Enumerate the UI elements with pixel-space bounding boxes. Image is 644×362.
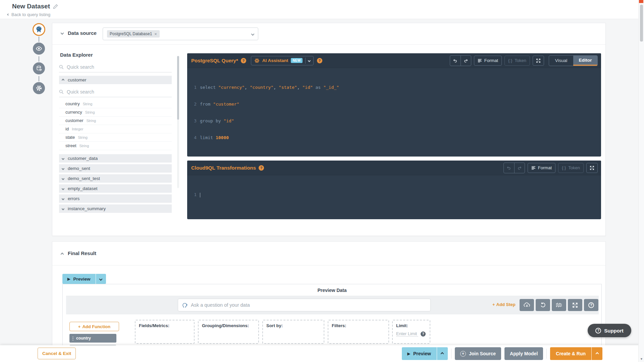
sql-string: "customer" — [213, 102, 239, 107]
create-run-options-button[interactable] — [592, 347, 602, 360]
table-row-collapsed[interactable]: demo_sent_test — [59, 174, 172, 183]
ai-assistant-label: AI Assistant — [262, 58, 288, 63]
visual-tab[interactable]: Visual — [549, 56, 573, 66]
rail-settings-step[interactable] — [33, 82, 45, 94]
cloud9ql-title-text: Cloud9QL Transformations — [191, 165, 256, 171]
add-step-button[interactable]: + Add Step — [492, 302, 516, 307]
back-to-query-listing-link[interactable]: Back to query listing — [7, 12, 50, 17]
field-row[interactable]: country String — [59, 100, 172, 108]
format-lines-icon — [531, 166, 536, 170]
format-button[interactable]: Format — [528, 163, 555, 173]
dropzone-grouping-dimensions[interactable]: Grouping/Dimensions: — [198, 320, 259, 344]
rail-datasource-postgresql[interactable] — [33, 23, 45, 36]
data-source-select[interactable]: PostgreSQL Database1 × — [103, 27, 258, 40]
dropzone-limit[interactable]: Limit: ? — [392, 320, 430, 344]
dropzone-label: Grouping/Dimensions: — [202, 323, 249, 328]
question-ring-icon: ? — [595, 328, 601, 334]
ask-question-box[interactable] — [178, 299, 431, 311]
apply-model-button[interactable]: Apply Model — [504, 347, 543, 360]
chevron-up-icon — [62, 78, 64, 81]
ai-assistant-button[interactable]: AI Assistant NEW — [251, 56, 314, 65]
help-icon[interactable]: ? — [421, 331, 426, 337]
undo-button[interactable] — [450, 56, 461, 66]
data-explorer-panel: Data Explorer customer — [59, 47, 178, 213]
field-name: country — [65, 101, 80, 106]
preview-button[interactable]: ▶ Preview — [402, 347, 437, 360]
field-row[interactable]: customer String — [59, 117, 172, 125]
field-row[interactable]: currency String — [59, 108, 172, 117]
table-row-collapsed[interactable]: empty_dataset — [59, 184, 172, 193]
page: New Dataset Back to query listing — [0, 0, 644, 362]
code-line: 1select "currency", "country", "state", … — [192, 84, 601, 91]
expand-icon — [536, 58, 541, 63]
download-button[interactable] — [520, 299, 534, 311]
explorer-scrollbar-thumb[interactable] — [177, 56, 179, 120]
rail-preview-step[interactable] — [33, 43, 45, 55]
rail-datasource-settings-step[interactable] — [33, 62, 45, 74]
format-button[interactable]: Format — [474, 56, 502, 66]
undo-button[interactable] — [504, 163, 514, 173]
table-row-collapsed[interactable]: instance_summary — [59, 204, 172, 213]
redo-button[interactable] — [461, 56, 471, 66]
field-row[interactable]: state String — [59, 133, 172, 142]
table-row-collapsed[interactable]: errors — [59, 194, 172, 203]
remove-tag-icon[interactable]: × — [154, 32, 157, 36]
collapse-chevron-icon[interactable] — [61, 253, 64, 256]
limit-input[interactable] — [396, 331, 418, 337]
explorer-scrollbar[interactable] — [177, 56, 179, 188]
redo-button[interactable] — [514, 163, 525, 173]
table-row-customer[interactable]: customer — [59, 76, 172, 84]
fullscreen-button[interactable] — [586, 163, 598, 173]
help-icon[interactable]: ? — [241, 58, 246, 63]
dropzone-fields-metrics[interactable]: Fields/Metrics: — [135, 320, 195, 344]
sql-keyword: select — [200, 85, 218, 90]
refresh-button[interactable] — [536, 299, 550, 311]
help-icon[interactable]: ? — [317, 58, 322, 63]
page-scrollbar[interactable]: ▼ — [638, 0, 644, 362]
preview-options-button[interactable] — [437, 347, 448, 360]
sql-keyword: limit — [200, 135, 216, 140]
explorer-search-input[interactable] — [67, 64, 161, 70]
help-icon[interactable]: ? — [259, 165, 264, 171]
table-name: customer — [68, 77, 87, 82]
field-search-input[interactable] — [67, 89, 161, 95]
support-label: Support — [604, 328, 624, 334]
scrollbar-thumb[interactable] — [640, 5, 643, 42]
visualize-button[interactable] — [552, 299, 566, 311]
cloud9ql-code-area[interactable]: 1 — [187, 175, 601, 208]
fullscreen-button[interactable] — [533, 56, 544, 66]
field-chip-country[interactable]: country — [69, 334, 116, 343]
join-source-button[interactable]: + Join Source — [455, 347, 501, 360]
token-button[interactable]: {:} Token — [504, 56, 530, 66]
table-row-collapsed[interactable]: demo_sent — [59, 164, 172, 173]
fullscreen-button[interactable] — [568, 299, 582, 311]
create-run-button[interactable]: Create & Run — [550, 347, 591, 360]
editor-tab[interactable]: Editor — [573, 56, 597, 66]
field-search[interactable] — [59, 86, 172, 97]
dropzone-filters[interactable]: Filters: — [328, 320, 389, 344]
add-function-button[interactable]: + Add Function — [69, 322, 119, 331]
token-button[interactable]: {:} Token — [558, 163, 584, 173]
help-button[interactable]: ? — [584, 299, 598, 311]
field-type: String — [83, 102, 93, 106]
dropzone-sort-by[interactable]: Sort by: — [262, 320, 324, 344]
support-button[interactable]: ? Support — [588, 324, 631, 337]
data-explorer-title: Data Explorer — [60, 52, 178, 58]
collapse-chevron-icon[interactable] — [61, 32, 64, 35]
chevron-down-icon — [308, 59, 310, 62]
redo-icon — [517, 166, 522, 170]
cancel-exit-button[interactable]: Cancel & Exit — [38, 348, 76, 359]
explorer-search[interactable] — [59, 62, 172, 72]
preview-button[interactable]: ▶ Preview — [62, 274, 96, 284]
field-name: state — [65, 135, 75, 140]
ask-question-input[interactable] — [191, 302, 412, 308]
edit-pencil-icon[interactable] — [53, 4, 58, 9]
field-row[interactable]: street String — [59, 142, 172, 150]
table-name: demo_sent_test — [68, 176, 100, 181]
sql-code-area[interactable]: 1select "currency", "country", "state", … — [187, 68, 601, 151]
field-row[interactable]: id Integer — [59, 125, 172, 133]
scrollbar-down-arrow[interactable]: ▼ — [639, 357, 644, 361]
table-row-collapsed[interactable]: customer_data — [59, 154, 172, 163]
gear-icon — [36, 85, 42, 92]
preview-options-button[interactable] — [96, 274, 106, 284]
